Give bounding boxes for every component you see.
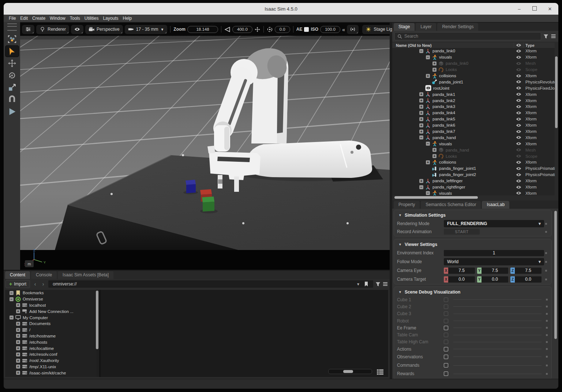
checkbox-table-high-cam[interactable] bbox=[444, 340, 448, 344]
content-vscrollbar[interactable] bbox=[96, 291, 98, 349]
expander-plus[interactable]: + bbox=[16, 340, 20, 344]
toolbar-grip-icon[interactable] bbox=[7, 23, 17, 31]
content-row-etc-hostname[interactable]: +/etc/hostname bbox=[5, 333, 97, 339]
minimize-button[interactable]: – bbox=[517, 6, 522, 12]
content-row-root-xauthority[interactable]: +/root/.Xauthority bbox=[5, 358, 97, 364]
expander-minus[interactable]: − bbox=[419, 49, 423, 53]
axis-y-value-input[interactable]: 7.5 bbox=[482, 268, 508, 274]
expander-plus[interactable]: + bbox=[16, 334, 20, 338]
stage-row-panda-link6[interactable]: +panda_link6Xform bbox=[392, 122, 555, 128]
stage-row-panda-leftfinger[interactable]: +panda_leftfingerXform bbox=[392, 178, 555, 184]
collapse-chevrons-icon[interactable]: « bbox=[342, 26, 345, 33]
iso-input[interactable]: 100.0 bbox=[320, 26, 340, 33]
stage-row-panda-link1[interactable]: +panda_link1Xform bbox=[392, 91, 555, 97]
content-tab-isaac-sim-assets-beta[interactable]: Isaac Sim Assets [Beta] bbox=[58, 271, 113, 279]
stage-tab-stage[interactable]: Stage bbox=[394, 23, 415, 31]
content-row-localhost[interactable]: +localhost bbox=[5, 302, 97, 309]
visibility-eye-icon[interactable] bbox=[516, 68, 523, 72]
expander-plus[interactable]: + bbox=[16, 303, 20, 307]
expander-plus[interactable]: + bbox=[16, 309, 20, 313]
tool-scale-button[interactable] bbox=[5, 82, 19, 93]
exposure-input[interactable]: 0.0 bbox=[275, 26, 290, 33]
expander-plus[interactable]: + bbox=[419, 105, 423, 109]
render-settings-button[interactable] bbox=[22, 25, 34, 34]
expander-plus[interactable]: + bbox=[16, 322, 20, 326]
stage-row-visuals[interactable]: −visualsXform bbox=[392, 141, 555, 147]
zoom-input[interactable]: 18.148 bbox=[187, 26, 218, 33]
expander-plus[interactable]: + bbox=[426, 160, 430, 164]
visibility-eye-icon[interactable] bbox=[516, 61, 523, 66]
stage-tab-layer[interactable]: Layer bbox=[416, 23, 436, 31]
checkbox-cube-2[interactable] bbox=[444, 305, 448, 309]
expander-plus[interactable]: + bbox=[432, 154, 437, 158]
close-button[interactable]: ✕ bbox=[547, 6, 552, 12]
expander-minus[interactable]: − bbox=[426, 55, 430, 59]
menu-layouts[interactable]: Layouts bbox=[101, 15, 120, 22]
visibility-eye-icon[interactable] bbox=[516, 135, 523, 139]
content-row-isaac-sim-kit-cache[interactable]: +/isaac-sim/kit/cache bbox=[5, 370, 97, 376]
scene-debug-header[interactable]: ▼ Scene Debug Visualization bbox=[394, 287, 551, 296]
content-row-omniverse[interactable]: −Omniverse bbox=[5, 296, 97, 302]
stage-row-collisions[interactable]: +collisionsXform bbox=[392, 73, 555, 79]
stage-vscrollbar[interactable] bbox=[555, 56, 558, 128]
checkbox-ee-frame[interactable] bbox=[444, 326, 448, 330]
content-tab-console[interactable]: Console bbox=[31, 271, 57, 279]
visibility-eye-icon[interactable] bbox=[516, 49, 523, 53]
expander-plus[interactable]: + bbox=[16, 328, 20, 332]
audio-button[interactable] bbox=[347, 25, 359, 34]
expander-minus[interactable]: − bbox=[10, 316, 14, 320]
follow-mode-dropdown[interactable]: World▼ bbox=[444, 258, 544, 265]
thumbnail-size-slider[interactable] bbox=[328, 369, 372, 374]
menu-file[interactable]: File bbox=[7, 15, 18, 22]
axis-x-value-input[interactable]: 7.5 bbox=[448, 268, 475, 274]
visibility-eye-icon[interactable] bbox=[516, 92, 523, 96]
filter-icon[interactable] bbox=[543, 34, 548, 39]
content-tab-content[interactable]: Content bbox=[5, 271, 30, 279]
property-tab-property[interactable]: Property bbox=[394, 201, 420, 209]
visibility-eye-icon[interactable] bbox=[516, 191, 523, 195]
visibility-eye-icon[interactable] bbox=[516, 154, 523, 158]
rendering-mode-dropdown[interactable]: FULL_RENDERING▼ bbox=[444, 220, 544, 227]
expander-minus[interactable]: − bbox=[10, 291, 14, 295]
stage-row-visuals[interactable]: −visualsXform bbox=[392, 54, 555, 60]
visibility-eye-icon[interactable] bbox=[516, 160, 523, 164]
content-files-pane[interactable] bbox=[101, 290, 388, 377]
start-button[interactable]: START bbox=[444, 229, 480, 235]
content-row-my-computer[interactable]: −My Computer bbox=[5, 314, 97, 321]
back-button[interactable]: ‹ bbox=[32, 281, 38, 287]
stage-row-panda-link5[interactable]: +panda_link5Xform bbox=[392, 116, 555, 122]
visibility-eye-icon[interactable] bbox=[516, 55, 523, 59]
expander-minus[interactable]: − bbox=[426, 191, 430, 195]
visibility-eye-icon[interactable] bbox=[516, 130, 523, 134]
stage-row-looks[interactable]: +LooksScope bbox=[392, 67, 555, 73]
units-button[interactable]: m bbox=[25, 260, 34, 267]
checkbox-cube-3[interactable] bbox=[444, 311, 448, 316]
menu-edit[interactable]: Edit bbox=[18, 15, 30, 22]
stage-row-panda-finger-joint2[interactable]: panda_finger_joint2PhysicsPrismatic bbox=[392, 172, 555, 178]
renderer-button[interactable]: Renderer bbox=[36, 25, 69, 34]
stage-row-panda-link2[interactable]: +panda_link2Xform bbox=[392, 97, 555, 104]
visibility-eye-icon[interactable] bbox=[516, 117, 523, 121]
menu-help[interactable]: Help bbox=[120, 15, 134, 22]
expander-plus[interactable]: + bbox=[426, 74, 430, 78]
stage-row-panda-rightfinger[interactable]: −panda_rightfingerXform bbox=[392, 184, 555, 190]
path-input[interactable]: omniverse:// ▼ bbox=[48, 280, 373, 288]
expander-plus[interactable]: + bbox=[419, 130, 423, 134]
menu-create[interactable]: Create bbox=[30, 15, 48, 22]
visibility-eye-icon[interactable] bbox=[516, 80, 523, 84]
visibility-eye-icon[interactable] bbox=[516, 167, 523, 171]
visibility-eye-icon[interactable] bbox=[516, 179, 523, 183]
expander-plus[interactable]: + bbox=[432, 61, 437, 66]
expander-plus[interactable]: + bbox=[419, 123, 423, 127]
view-mode-grid-icon[interactable] bbox=[376, 369, 384, 375]
stage-row-looks[interactable]: +LooksScope bbox=[392, 153, 555, 159]
tool-magnet-button[interactable] bbox=[5, 94, 19, 105]
menu-utilities[interactable]: Utilities bbox=[82, 15, 101, 22]
camera-mode-button[interactable]: Perspective bbox=[85, 25, 123, 34]
expander-plus[interactable]: + bbox=[419, 117, 423, 121]
viewer-settings-header[interactable]: ▼ Viewer Settings bbox=[394, 239, 551, 249]
ae-checkbox[interactable] bbox=[304, 27, 309, 32]
stage-tab-render-settings[interactable]: Render Settings bbox=[437, 23, 478, 31]
stage-hscrollbar[interactable] bbox=[394, 196, 478, 199]
axis-z-value-input[interactable]: 0.0 bbox=[515, 276, 542, 283]
